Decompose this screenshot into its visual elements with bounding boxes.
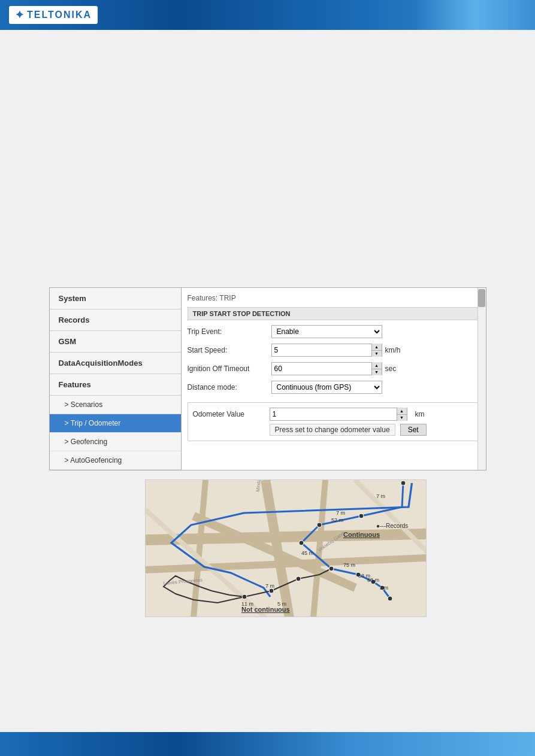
trip-event-row: Trip Event: Enable Disable xyxy=(188,324,480,339)
footer xyxy=(0,732,535,756)
header: ✦ TELTONIKA xyxy=(0,0,535,30)
main-content: System Records GSM DataAcquisitionModes … xyxy=(0,30,535,653)
svg-text:●---Records: ●---Records xyxy=(376,523,408,529)
logo-star: ✦ xyxy=(15,8,24,22)
right-panel: Features: TRIP TRIP START STOP DETECTION… xyxy=(182,288,486,470)
ignition-off-timeout-up[interactable]: ▲ xyxy=(372,362,382,369)
scrollbar[interactable] xyxy=(477,288,486,470)
trip-event-control: Enable Disable xyxy=(271,325,480,338)
distance-mode-row: Distance mode: Continuous (from GPS) Not… xyxy=(188,379,480,395)
start-speed-spin: ▲ ▼ xyxy=(271,344,382,357)
start-speed-label: Start Speed: xyxy=(188,346,271,354)
svg-line-1 xyxy=(146,534,427,540)
svg-text:7 m: 7 m xyxy=(336,510,345,516)
odometer-section: Odometer Value ▲ ▼ km Press set to chang… xyxy=(188,402,480,441)
set-button[interactable]: Set xyxy=(400,424,427,436)
ignition-off-timeout-spin-buttons: ▲ ▼ xyxy=(371,362,382,375)
odometer-input[interactable] xyxy=(270,410,397,418)
odometer-unit: km xyxy=(415,410,425,418)
svg-text:Not continuous: Not continuous xyxy=(241,606,290,613)
ui-panel: System Records GSM DataAcquisitionModes … xyxy=(49,287,486,470)
ignition-off-timeout-unit: sec xyxy=(385,365,397,373)
section-header: TRIP START STOP DETECTION xyxy=(188,307,480,320)
logo: ✦ TELTONIKA xyxy=(9,6,98,24)
start-speed-up[interactable]: ▲ xyxy=(372,344,382,350)
odometer-row: Odometer Value ▲ ▼ km xyxy=(193,408,474,421)
ignition-off-timeout-label: Ignition Off Timeout xyxy=(188,365,271,373)
svg-text:68 m: 68 m xyxy=(367,577,379,583)
odometer-input-wrap: ▲ ▼ xyxy=(270,408,407,421)
odometer-press-row: Press set to change odometer value Set xyxy=(193,424,474,436)
svg-text:45 m: 45 m xyxy=(301,550,313,556)
odometer-label: Odometer Value xyxy=(193,410,265,418)
svg-text:52 m: 52 m xyxy=(331,517,343,523)
svg-text:7 m: 7 m xyxy=(265,583,274,589)
sidebar-item-features[interactable]: Features xyxy=(50,374,181,396)
sidebar-sub-item-geofencing[interactable]: > Geofencing xyxy=(50,433,181,451)
svg-text:7 m: 7 m xyxy=(376,493,385,499)
sidebar-sub-item-autogeofencing[interactable]: > AutoGeofencing xyxy=(50,451,181,470)
svg-point-10 xyxy=(359,514,364,518)
svg-point-20 xyxy=(296,576,301,581)
ignition-off-timeout-down[interactable]: ▼ xyxy=(372,369,382,376)
start-speed-down[interactable]: ▼ xyxy=(372,350,382,357)
ignition-off-timeout-row: Ignition Off Timeout ▲ ▼ sec xyxy=(188,361,480,377)
scrollbar-thumb xyxy=(478,289,485,307)
svg-point-9 xyxy=(401,481,406,485)
sidebar-item-records[interactable]: Records xyxy=(50,309,181,331)
ignition-off-timeout-spin: ▲ ▼ xyxy=(271,362,382,375)
svg-text:7 m: 7 m xyxy=(379,585,388,591)
distance-mode-control: Continuous (from GPS) Not continuous xyxy=(271,381,480,394)
trip-event-label: Trip Event: xyxy=(188,327,271,336)
sidebar-item-system[interactable]: System xyxy=(50,288,181,309)
start-speed-control: ▲ ▼ km/h xyxy=(271,344,480,357)
odometer-up[interactable]: ▲ xyxy=(397,408,407,414)
sidebar: System Records GSM DataAcquisitionModes … xyxy=(50,288,182,470)
features-title: Features: TRIP xyxy=(188,294,480,302)
map-svg: 7 m 7 m 52 m 45 m 75 m 63 m 68 m 7 m 7 m… xyxy=(146,480,427,617)
logo-text: TELTONIKA xyxy=(27,10,92,20)
odometer-press-label: Press set to change odometer value xyxy=(270,424,395,436)
svg-text:Continuous: Continuous xyxy=(343,531,380,538)
sidebar-item-data-acquisition[interactable]: DataAcquisitionModes xyxy=(50,353,181,374)
svg-point-12 xyxy=(299,541,304,545)
distance-mode-select[interactable]: Continuous (from GPS) Not continuous xyxy=(271,381,382,394)
svg-point-19 xyxy=(269,588,274,593)
map-container: 7 m 7 m 52 m 45 m 75 m 63 m 68 m 7 m 7 m… xyxy=(145,479,427,617)
start-speed-unit: km/h xyxy=(385,346,401,354)
distance-mode-label: Distance mode: xyxy=(188,383,271,391)
svg-point-17 xyxy=(388,596,392,601)
trip-event-select[interactable]: Enable Disable xyxy=(271,325,382,338)
svg-point-13 xyxy=(329,566,334,571)
svg-point-18 xyxy=(242,594,247,599)
start-speed-spin-buttons: ▲ ▼ xyxy=(371,344,382,357)
sidebar-item-gsm[interactable]: GSM xyxy=(50,331,181,353)
sidebar-sub-item-trip-odometer[interactable]: > Trip / Odometer xyxy=(50,414,181,433)
ignition-off-timeout-input[interactable] xyxy=(272,363,371,375)
sidebar-sub-item-scenarios[interactable]: > Scenarios xyxy=(50,396,181,414)
ignition-off-timeout-control: ▲ ▼ sec xyxy=(271,362,480,375)
odometer-spin-buttons: ▲ ▼ xyxy=(397,408,407,421)
odometer-down[interactable]: ▼ xyxy=(397,414,407,421)
svg-text:75 m: 75 m xyxy=(343,562,355,568)
start-speed-row: Start Speed: ▲ ▼ km/h xyxy=(188,342,480,358)
start-speed-input[interactable] xyxy=(272,344,371,356)
svg-point-11 xyxy=(317,523,322,527)
